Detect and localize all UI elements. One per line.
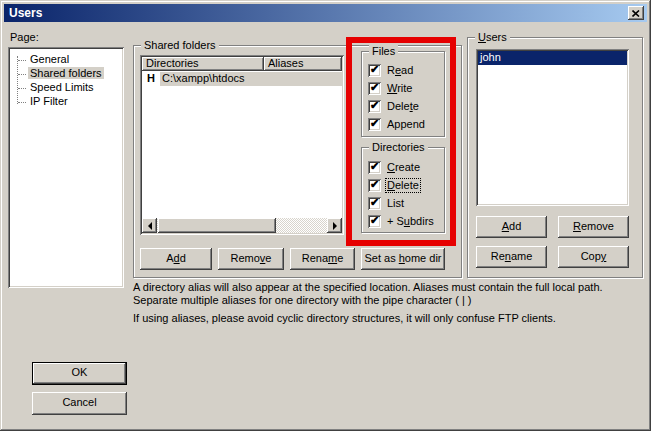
alias-note-2: If using aliases, please avoid cyclic di…: [133, 312, 639, 325]
users-listbox[interactable]: john: [476, 49, 629, 206]
alias-notes: A directory alias will also appear at th…: [133, 281, 639, 330]
directory-path[interactable]: C:\xampp\htdocs: [160, 72, 342, 86]
listview-header: Directories Aliases: [142, 57, 342, 71]
alias-note-1: A directory alias will also appear at th…: [133, 281, 639, 307]
user-add-button[interactable]: Add: [476, 216, 547, 238]
folder-remove-button[interactable]: Remove: [218, 248, 284, 270]
scrollbar-thumb[interactable]: [158, 218, 276, 233]
directory-row[interactable]: H C:\xampp\htdocs: [142, 72, 342, 86]
ok-button[interactable]: OK: [32, 362, 127, 385]
page-label: Page:: [10, 31, 39, 43]
scroll-right-icon: [333, 222, 337, 230]
page-item-speed-limits[interactable]: Speed Limits: [8, 81, 118, 95]
directories-listview: Directories Aliases H C:\xampp\htdocs: [140, 55, 344, 235]
users-group-label: Users: [475, 31, 510, 44]
annotation-highlight-box: [346, 37, 456, 246]
page-tree: General Shared folders Speed Limits IP F…: [8, 47, 124, 288]
page-item-shared-folders[interactable]: Shared folders: [8, 67, 118, 81]
title-bar[interactable]: Users: [4, 4, 647, 22]
page-item-ip-filter[interactable]: IP Filter: [8, 95, 118, 109]
user-remove-button[interactable]: Remove: [558, 216, 629, 238]
scroll-left-icon: [148, 222, 152, 230]
folder-rename-button[interactable]: Rename: [290, 248, 355, 270]
page-item-general[interactable]: General: [8, 53, 118, 67]
user-rename-button[interactable]: Rename: [476, 246, 547, 268]
users-dialog: Users Page: General Shared folders Speed…: [0, 0, 651, 431]
column-header-directories[interactable]: Directories: [142, 57, 264, 71]
home-flag: H: [147, 72, 155, 85]
close-icon: [632, 10, 640, 17]
cancel-button[interactable]: Cancel: [32, 392, 127, 415]
shared-folders-group-label: Shared folders: [141, 39, 219, 52]
user-copy-button[interactable]: Copy: [558, 246, 629, 268]
scroll-left-button[interactable]: [142, 218, 157, 233]
horizontal-scrollbar[interactable]: [142, 218, 342, 233]
window-title: Users: [9, 6, 42, 20]
close-button[interactable]: [628, 6, 644, 20]
folder-add-button[interactable]: Add: [140, 248, 212, 270]
column-header-aliases[interactable]: Aliases: [264, 57, 342, 71]
users-group: Users john Add Remove Rename Copy: [467, 37, 643, 278]
set-home-dir-button[interactable]: Set as home dir: [361, 248, 445, 270]
user-item-john[interactable]: john: [478, 51, 627, 65]
scroll-right-button[interactable]: [327, 218, 342, 233]
